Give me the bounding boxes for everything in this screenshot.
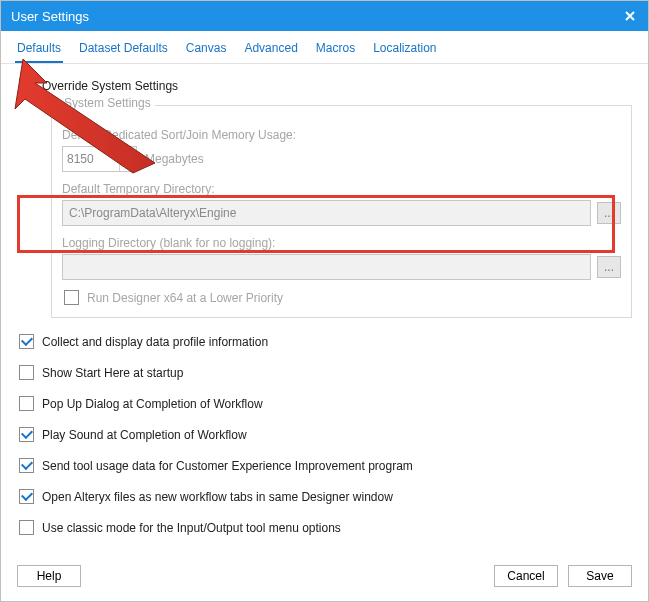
log-dir-input[interactable]	[62, 254, 591, 280]
help-button[interactable]: Help	[17, 565, 81, 587]
option-row: Collect and display data profile informa…	[17, 334, 632, 349]
tab-advanced[interactable]: Advanced	[242, 39, 299, 63]
option-checkbox[interactable]	[19, 458, 34, 473]
option-row: Open Alteryx files as new workflow tabs …	[17, 489, 632, 504]
option-checkbox[interactable]	[19, 334, 34, 349]
run-low-priority-label: Run Designer x64 at a Lower Priority	[87, 291, 283, 305]
override-label: Override System Settings	[42, 79, 178, 93]
temp-dir-label: Default Temporary Directory:	[62, 182, 621, 196]
option-label: Show Start Here at startup	[42, 366, 183, 380]
save-button[interactable]: Save	[568, 565, 632, 587]
memory-usage-input[interactable]	[63, 147, 119, 171]
option-checkbox[interactable]	[19, 520, 34, 535]
close-icon[interactable]	[622, 8, 638, 24]
override-row: Override System Settings	[17, 78, 632, 93]
dialog-footer: Help Cancel Save	[1, 565, 648, 601]
memory-usage-unit: Megabytes	[145, 152, 204, 166]
option-label: Send tool usage data for Customer Experi…	[42, 459, 413, 473]
system-settings-panel: System Settings Default Dedicated Sort/J…	[51, 105, 632, 318]
option-row: Send tool usage data for Customer Experi…	[17, 458, 632, 473]
window-title: User Settings	[11, 9, 89, 24]
option-row: Show Start Here at startup	[17, 365, 632, 380]
cancel-button[interactable]: Cancel	[494, 565, 558, 587]
browse-log-dir-button[interactable]: ...	[597, 256, 621, 278]
option-label: Play Sound at Completion of Workflow	[42, 428, 247, 442]
spinner-up-icon[interactable]	[120, 147, 136, 157]
panel-title: System Settings	[60, 96, 155, 110]
option-row: Use classic mode for the Input/Output to…	[17, 520, 632, 535]
temp-dir-row: ...	[62, 200, 621, 226]
option-label: Collect and display data profile informa…	[42, 335, 268, 349]
memory-usage-label: Default Dedicated Sort/Join Memory Usage…	[62, 128, 621, 142]
titlebar: User Settings	[1, 1, 648, 31]
memory-usage-spinner	[62, 146, 137, 172]
option-checkbox[interactable]	[19, 489, 34, 504]
tab-localization[interactable]: Localization	[371, 39, 438, 63]
log-dir-row: ...	[62, 254, 621, 280]
footer-right: Cancel Save	[494, 565, 632, 587]
option-checkbox[interactable]	[19, 427, 34, 442]
svg-marker-0	[125, 149, 132, 154]
user-settings-window: User Settings DefaultsDataset DefaultsCa…	[0, 0, 649, 602]
option-label: Open Alteryx files as new workflow tabs …	[42, 490, 393, 504]
option-checkbox[interactable]	[19, 396, 34, 411]
option-label: Use classic mode for the Input/Output to…	[42, 521, 341, 535]
tab-canvas[interactable]: Canvas	[184, 39, 229, 63]
temp-dir-input[interactable]	[62, 200, 591, 226]
options-list: Collect and display data profile informa…	[17, 334, 632, 535]
option-checkbox[interactable]	[19, 365, 34, 380]
browse-temp-dir-button[interactable]: ...	[597, 202, 621, 224]
dialog-body: Override System Settings System Settings…	[1, 64, 648, 535]
tab-defaults[interactable]: Defaults	[15, 39, 63, 63]
spinner-down-icon[interactable]	[120, 157, 136, 167]
svg-marker-1	[125, 160, 132, 165]
memory-usage-field: Megabytes	[62, 146, 621, 172]
tab-dataset-defaults[interactable]: Dataset Defaults	[77, 39, 170, 63]
option-row: Play Sound at Completion of Workflow	[17, 427, 632, 442]
tab-macros[interactable]: Macros	[314, 39, 357, 63]
option-row: Pop Up Dialog at Completion of Workflow	[17, 396, 632, 411]
tabs: DefaultsDataset DefaultsCanvasAdvancedMa…	[1, 31, 648, 64]
run-low-priority-row: Run Designer x64 at a Lower Priority	[62, 290, 621, 305]
override-checkbox[interactable]	[19, 78, 34, 93]
spinner-buttons	[119, 147, 136, 171]
option-label: Pop Up Dialog at Completion of Workflow	[42, 397, 263, 411]
run-low-priority-checkbox[interactable]	[64, 290, 79, 305]
log-dir-label: Logging Directory (blank for no logging)…	[62, 236, 621, 250]
